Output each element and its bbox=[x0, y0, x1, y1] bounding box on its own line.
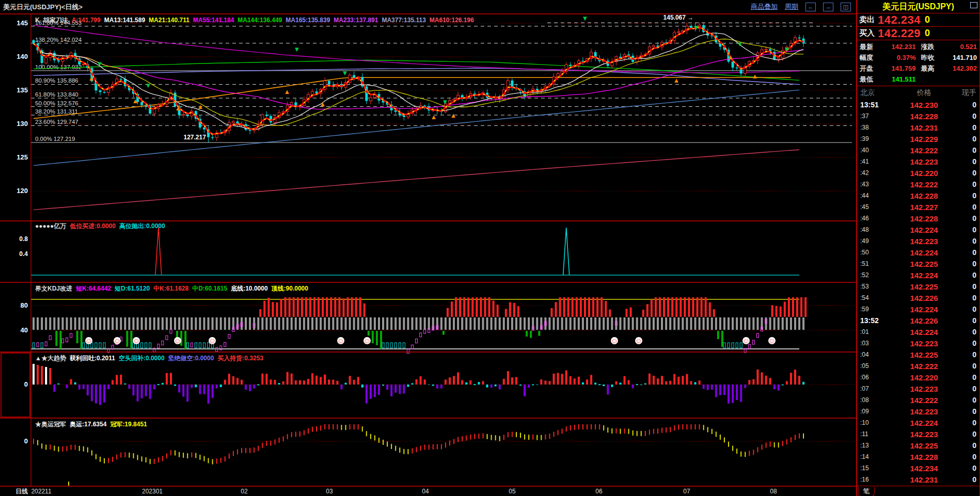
stat-幅度: 幅度0.37% bbox=[857, 52, 919, 63]
fib-level-label: 80.90% 135.886 bbox=[35, 77, 78, 84]
tick-table-header: 北京 价格 现手 bbox=[857, 86, 979, 99]
x-axis-label: 06 bbox=[595, 488, 603, 495]
tick-row: :52142.2240 bbox=[857, 269, 979, 281]
sell-arrow-icon: ▼ bbox=[582, 14, 589, 22]
tick-row: :10142.2240 bbox=[857, 417, 979, 428]
tick-row: :38142.2310 bbox=[857, 122, 979, 133]
y-axis-label: 80 bbox=[21, 301, 28, 309]
smiley-signal-icon: ☺ bbox=[337, 337, 344, 345]
stat-涨跌: 涨跌0.521 bbox=[919, 41, 980, 52]
chart-region[interactable]: 145140135130125120161.80% 144.553138.20%… bbox=[0, 0, 856, 496]
sell-quote-row[interactable]: 卖出 142.234 0 bbox=[857, 13, 979, 26]
tick-row: :01142.2240 bbox=[857, 326, 979, 338]
smiley-signal-icon: ☺ bbox=[635, 337, 642, 345]
tick-row: :53142.2250 bbox=[857, 281, 979, 292]
fib-level-label: 161.80% 144.553 bbox=[35, 20, 82, 26]
stat-最高: 最高142.302 bbox=[919, 63, 980, 74]
fib-level-label: 138.20% 142.024 bbox=[35, 37, 82, 43]
restore-window-icon[interactable] bbox=[970, 2, 977, 8]
sidebar-bottom-tabs: 笔 bbox=[857, 486, 979, 496]
tick-row: :44142.2280 bbox=[857, 190, 979, 201]
buy-size: 0 bbox=[925, 28, 930, 39]
tick-row: :05142.2220 bbox=[857, 360, 979, 372]
tick-row: :07142.2230 bbox=[857, 383, 979, 394]
y-axis-label: 140 bbox=[17, 53, 28, 60]
period-label: 日线 bbox=[15, 488, 28, 495]
fib-level-label: 50.00% 132.576 bbox=[35, 100, 78, 106]
tick-row: :51142.2250 bbox=[857, 258, 979, 269]
quote-panel: 美元日元(USDJPY) 卖出 142.234 0 买入 142.229 0 最… bbox=[856, 0, 980, 496]
tick-row: :03142.2230 bbox=[857, 338, 979, 349]
buy-arrow-icon: ▲ bbox=[197, 103, 204, 110]
buy-arrow-icon: ▲ bbox=[320, 100, 326, 108]
y-axis-label: 0.4 bbox=[19, 250, 28, 258]
col-time: 北京 bbox=[860, 88, 889, 98]
sell-arrow-icon: ▼ bbox=[737, 40, 744, 48]
y-axis-label: 135 bbox=[17, 86, 28, 94]
sell-label: 卖出 bbox=[859, 15, 875, 25]
x-axis-label: 202301 bbox=[142, 488, 163, 495]
tick-row: :08142.2220 bbox=[857, 394, 979, 406]
buy-arrow-icon: ▲ bbox=[88, 74, 95, 82]
smiley-signal-icon: ☺ bbox=[363, 337, 371, 345]
sidebar-symbol-title: 美元日元(USDJPY) bbox=[882, 2, 954, 11]
buy-quote-row[interactable]: 买入 142.229 0 bbox=[857, 26, 979, 40]
tick-row: :50142.2240 bbox=[857, 247, 979, 258]
tick-row: :09142.2230 bbox=[857, 406, 979, 417]
y-axis-label: 120 bbox=[17, 187, 28, 195]
tick-row: :11142.2230 bbox=[857, 428, 979, 440]
buy-label: 买入 bbox=[859, 28, 875, 38]
stat-最低: 最低141.511 bbox=[857, 74, 919, 85]
smiley-signal-icon: ☺ bbox=[768, 337, 776, 345]
x-axis-label: 04 bbox=[422, 488, 429, 495]
chart-canvas[interactable]: 145140135130125120161.80% 144.553138.20%… bbox=[0, 0, 856, 496]
tick-row: :48142.2240 bbox=[857, 224, 979, 235]
sell-price: 142.234 bbox=[878, 13, 921, 27]
fib-level-label: 38.20% 131.311 bbox=[35, 108, 78, 115]
x-axis-label: 05 bbox=[509, 488, 516, 495]
buy-arrow-icon: ▲ bbox=[728, 53, 734, 61]
tick-row: :46142.2280 bbox=[857, 213, 979, 224]
smiley-signal-icon: ☺ bbox=[114, 337, 121, 345]
fib-level-label: 23.60% 129.747 bbox=[35, 119, 78, 125]
buy-arrow-icon: ▲ bbox=[673, 76, 680, 84]
tick-row: :04142.2250 bbox=[857, 349, 979, 360]
sell-arrow-icon: ▼ bbox=[342, 69, 349, 77]
buy-price: 142.229 bbox=[878, 27, 921, 40]
y-axis-label: 40 bbox=[21, 326, 28, 334]
tick-row: :59142.2240 bbox=[857, 303, 979, 315]
smiley-signal-icon: ☺ bbox=[174, 337, 181, 345]
quote-stats: 最新142.231涨跌0.521幅度0.37%昨收141.710开盘141.75… bbox=[857, 40, 979, 86]
x-axis-label: 202211 bbox=[31, 488, 51, 495]
buy-arrow-icon: ▲ bbox=[450, 111, 457, 119]
stat-开盘: 开盘141.759 bbox=[857, 63, 919, 74]
buy-arrow-icon: ▲ bbox=[752, 72, 758, 80]
tab-tick[interactable]: 笔 bbox=[858, 487, 875, 496]
y-axis-label: 0.8 bbox=[19, 235, 28, 243]
x-axis-label: 02 bbox=[241, 488, 248, 495]
buy-arrow-icon: ▲ bbox=[175, 104, 182, 112]
sell-arrow-icon: ▼ bbox=[442, 98, 449, 106]
sell-arrow-icon: ▼ bbox=[693, 24, 700, 31]
fib-level-label: 0.00% 127.219 bbox=[35, 136, 75, 142]
tick-row: :37142.2280 bbox=[857, 110, 979, 122]
smiley-signal-icon: ☺ bbox=[85, 337, 92, 345]
tick-row: :43142.2220 bbox=[857, 179, 979, 190]
tick-row: :14142.2280 bbox=[857, 451, 979, 462]
buy-arrow-icon: ▲ bbox=[132, 97, 139, 105]
tick-row: :45142.2270 bbox=[857, 201, 979, 213]
y-axis-label: 130 bbox=[17, 120, 28, 127]
x-axis-label: 07 bbox=[683, 488, 690, 495]
sell-size: 0 bbox=[925, 14, 930, 25]
y-axis-label: 145 bbox=[17, 19, 28, 27]
signal-spike bbox=[155, 228, 162, 275]
x-axis-label: 03 bbox=[326, 488, 333, 495]
stat-最新: 最新142.231 bbox=[857, 41, 919, 52]
sell-arrow-icon: ▼ bbox=[145, 82, 152, 89]
tick-row: 13:51142.2300 bbox=[857, 99, 979, 110]
trading-app-window: 美元日元(USDJPY)<日线> 商品叠加 周期 ← → ◫ 145140135… bbox=[0, 0, 980, 496]
tick-row: :54142.2260 bbox=[857, 292, 979, 303]
smiley-signal-icon: ☺ bbox=[133, 337, 140, 345]
tick-row: :42142.2200 bbox=[857, 167, 979, 179]
tick-row: :06142.2200 bbox=[857, 372, 979, 383]
